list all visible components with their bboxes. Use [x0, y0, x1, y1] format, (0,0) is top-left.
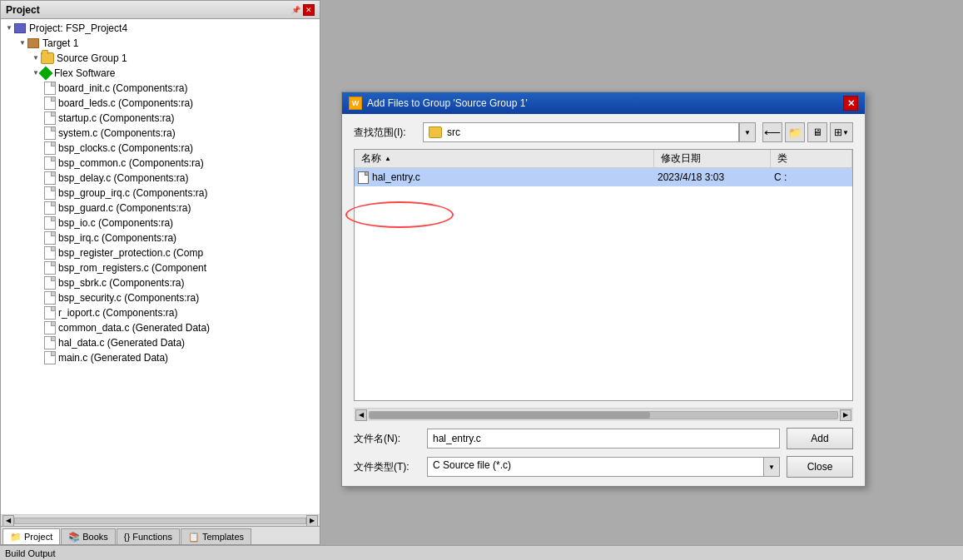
keil-logo-icon: W — [349, 97, 362, 110]
filetype-select-input[interactable]: C Source file (*.c) — [427, 457, 763, 477]
file-label: common_data.c (Generated Data) — [58, 321, 210, 335]
project-titlebar: Project 📌 ✕ — [1, 1, 320, 19]
desktop-button[interactable]: 🖥 — [807, 122, 827, 142]
file-icon — [44, 231, 56, 245]
list-item[interactable]: bsp_irq.c (Components:ra) — [1, 230, 320, 245]
h-scroll-right[interactable]: ▶ — [840, 409, 851, 421]
build-output-label: Build Output — [5, 548, 56, 558]
file-label: bsp_io.c (Components:ra) — [58, 216, 173, 230]
filename-label: 文件名(N): — [354, 432, 420, 446]
list-item[interactable]: bsp_io.c (Components:ra) — [1, 216, 320, 230]
filetype-dropdown-arrow[interactable]: ▼ — [763, 457, 780, 477]
dialog-close-button[interactable]: ✕ — [843, 96, 858, 111]
close-panel-button[interactable]: ✕ — [303, 4, 315, 16]
list-item[interactable]: startup.c (Components:ra) — [1, 111, 320, 126]
date-column-header[interactable]: 修改日期 — [654, 150, 771, 167]
target-icon — [27, 38, 39, 48]
close-button[interactable]: Close — [787, 456, 853, 478]
tab-templates[interactable]: 📋 Templates — [181, 528, 251, 544]
list-item[interactable]: bsp_common.c (Components:ra) — [1, 156, 320, 171]
horizontal-scrollbar[interactable]: ◀ ▶ — [1, 514, 320, 526]
templates-tab-label: Templates — [202, 532, 244, 542]
folder-icon — [429, 126, 442, 138]
file-label: bsp_clocks.c (Components:ra) — [58, 141, 193, 155]
project-title-text: Project — [6, 4, 40, 16]
left-arrow[interactable]: ◀ — [2, 515, 14, 527]
file-name-label: hal_entry.c — [372, 171, 420, 183]
search-path-combo[interactable]: src ▼ — [423, 122, 756, 142]
books-tab-icon: 📚 — [68, 532, 80, 543]
list-item[interactable]: hal_data.c (Generated Data) — [1, 335, 320, 350]
sort-arrow-icon: ▲ — [385, 155, 391, 162]
search-row: 查找范围(I): src ▼ ⟵ 📁 🖥 ⊞ — [354, 122, 853, 142]
tree-item-target[interactable]: ▼ Target 1 — [1, 36, 320, 51]
name-column-header[interactable]: 名称 ▲ — [355, 150, 654, 167]
expand-icon: ▼ — [4, 23, 14, 33]
h-scroll-left[interactable]: ◀ — [355, 409, 367, 421]
file-list-header: 名称 ▲ 修改日期 类 — [355, 150, 852, 168]
file-label: bsp_register_protection.c (Comp — [58, 246, 203, 260]
list-item[interactable]: main.c (Generated Data) — [1, 350, 320, 365]
file-row-hal-entry[interactable]: hal_entry.c 2023/4/18 3:03 C : — [355, 168, 852, 186]
name-col-label: 名称 — [361, 151, 381, 166]
list-item[interactable]: r_ioport.c (Components:ra) — [1, 305, 320, 320]
list-item[interactable]: bsp_group_irq.c (Components:ra) — [1, 186, 320, 201]
project-folder-icon — [14, 23, 26, 33]
h-scroll-track[interactable] — [369, 411, 838, 419]
list-item[interactable]: bsp_sbrk.c (Components:ra) — [1, 275, 320, 290]
filetype-combo[interactable]: C Source file (*.c) ▼ — [427, 457, 780, 477]
bottom-status-bar: Build Output — [0, 545, 963, 560]
desktop-icon: 🖥 — [812, 126, 822, 138]
filename-row: 文件名(N): Add — [354, 428, 853, 449]
list-item[interactable]: system.c (Components:ra) — [1, 126, 320, 141]
list-item[interactable]: bsp_rom_registers.c (Component — [1, 260, 320, 275]
back-nav-button[interactable]: ⟵ — [762, 122, 782, 142]
dialog-h-scrollbar[interactable]: ◀ ▶ — [354, 408, 853, 421]
expand-icon-source: ▼ — [31, 53, 41, 63]
tab-functions[interactable]: {} Functions — [117, 528, 180, 544]
list-item[interactable]: bsp_security.c (Components:ra) — [1, 290, 320, 305]
project-tree[interactable]: ▼ Project: FSP_Project4 ▼ Target 1 ▼ Sou… — [1, 19, 320, 514]
file-icon — [44, 261, 56, 275]
filename-input[interactable] — [427, 429, 780, 448]
list-item[interactable]: common_data.c (Generated Data) — [1, 320, 320, 335]
file-icon — [44, 186, 56, 200]
list-item[interactable]: bsp_register_protection.c (Comp — [1, 245, 320, 260]
scroll-left-arrow[interactable]: ◀ — [2, 515, 14, 527]
new-folder-button[interactable]: 📁 — [785, 122, 805, 142]
list-item[interactable]: bsp_clocks.c (Components:ra) — [1, 141, 320, 156]
templates-tab-icon: 📋 — [188, 532, 200, 543]
source-group-label: Source Group 1 — [57, 52, 127, 65]
h-scroll-thumb[interactable] — [370, 412, 650, 419]
search-path-field[interactable]: src — [423, 122, 739, 142]
tree-item-flex-software[interactable]: ▼ Flex Software — [1, 66, 320, 81]
scroll-right-arrow[interactable]: ▶ — [306, 515, 318, 527]
file-list-body[interactable]: hal_entry.c 2023/4/18 3:03 C : — [355, 168, 852, 400]
list-item[interactable]: board_init.c (Components:ra) — [1, 81, 320, 96]
view-button[interactable]: ⊞ ▼ — [830, 122, 853, 142]
scroll-track[interactable] — [14, 518, 306, 524]
project-tab-label: Project — [24, 532, 52, 542]
search-combo-arrow[interactable]: ▼ — [739, 122, 756, 142]
file-icon — [44, 112, 56, 125]
file-list-area[interactable]: 名称 ▲ 修改日期 类 hal_entry.c 2023/4/18 3 — [354, 149, 853, 401]
type-column-header[interactable]: 类 — [771, 150, 852, 167]
pin-icon[interactable]: 📌 — [290, 4, 301, 16]
tree-item-project[interactable]: ▼ Project: FSP_Project4 — [1, 21, 320, 36]
file-label: bsp_delay.c (Components:ra) — [58, 171, 189, 185]
search-label: 查找范围(I): — [354, 126, 416, 140]
tab-project[interactable]: 📁 Project — [2, 528, 60, 544]
right-arrow[interactable]: ▶ — [306, 515, 318, 527]
add-button[interactable]: Add — [787, 428, 853, 449]
search-path-value: src — [447, 126, 460, 138]
project-tab-icon: 📁 — [10, 532, 22, 543]
file-icon — [44, 306, 56, 320]
dialog-title-area: W Add Files to Group 'Source Group 1' — [349, 97, 528, 110]
tree-item-source-group[interactable]: ▼ Source Group 1 — [1, 51, 320, 66]
list-item[interactable]: board_leds.c (Components:ra) — [1, 96, 320, 111]
file-label: startup.c (Components:ra) — [58, 112, 174, 125]
list-item[interactable]: bsp_guard.c (Components:ra) — [1, 201, 320, 216]
file-row-date-cell: 2023/4/18 3:03 — [658, 171, 774, 183]
list-item[interactable]: bsp_delay.c (Components:ra) — [1, 171, 320, 186]
tab-books[interactable]: 📚 Books — [61, 528, 116, 544]
